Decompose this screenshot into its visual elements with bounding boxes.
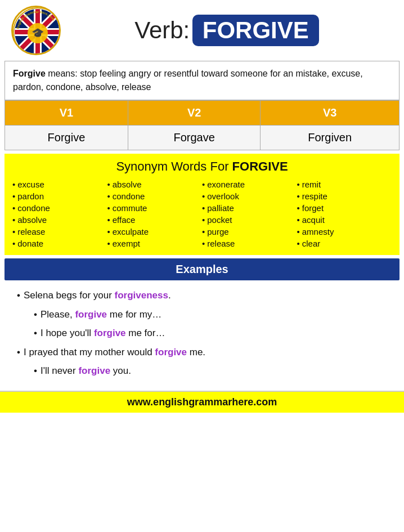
synonym-title-text: Synonym Words For bbox=[116, 159, 232, 173]
definition-bold-word: Forgive bbox=[13, 69, 46, 78]
logo: 🎓 English Grammar Here.Com bbox=[11, 6, 61, 55]
synonym-item: exculpate bbox=[107, 226, 203, 238]
synonym-item: pardon bbox=[12, 190, 107, 202]
table-cell-v1: Forgive bbox=[5, 126, 128, 150]
synonym-grid: excusepardoncondoneabsolvereleasedonate … bbox=[12, 178, 392, 249]
synonym-item: absolve bbox=[12, 214, 107, 226]
verb-word: FORGIVE bbox=[192, 15, 319, 46]
synonym-item: exonerate bbox=[202, 178, 297, 190]
synonym-item: acquit bbox=[297, 214, 392, 226]
synonym-item: respite bbox=[297, 190, 392, 202]
table-cell-v2: Forgave bbox=[128, 126, 261, 150]
synonym-item: absolve bbox=[107, 178, 203, 190]
synonym-item: exempt bbox=[107, 238, 203, 249]
synonym-item: forget bbox=[297, 202, 392, 214]
example-item: I hope you'll forgive me for… bbox=[17, 324, 387, 343]
synonym-item: excuse bbox=[12, 178, 107, 190]
synonym-item: release bbox=[12, 226, 107, 238]
synonym-item: remit bbox=[297, 178, 392, 190]
synonym-item: pocket bbox=[202, 214, 297, 226]
synonym-item: condone bbox=[12, 202, 107, 214]
title-area: Verb: FORGIVE bbox=[61, 15, 393, 46]
synonym-col-1: excusepardoncondoneabsolvereleasedonate bbox=[12, 178, 107, 249]
footer-url: www.englishgrammarhere.com bbox=[127, 396, 277, 408]
highlight-word: forgive bbox=[78, 365, 110, 376]
footer: www.englishgrammarhere.com bbox=[0, 391, 404, 413]
verb-table: V1 V2 V3 Forgive Forgave Forgiven bbox=[5, 100, 399, 150]
synonym-item: overlook bbox=[202, 190, 297, 202]
synonym-item: donate bbox=[12, 238, 107, 249]
example-item: I prayed that my mother would forgive me… bbox=[17, 343, 387, 362]
synonym-item: amnesty bbox=[297, 226, 392, 238]
table-header-v1: V1 bbox=[5, 101, 128, 126]
synonym-item: efface bbox=[107, 214, 203, 226]
examples-header: Examples bbox=[5, 258, 399, 280]
synonym-item: condone bbox=[107, 190, 203, 202]
example-item: I'll never forgive you. bbox=[17, 361, 387, 381]
synonym-col-4: remitrespiteforgetacquitamnestyclear bbox=[297, 178, 392, 249]
synonym-box: Synonym Words For FORGIVE excusepardonco… bbox=[5, 154, 399, 255]
table-cell-v3: Forgiven bbox=[261, 126, 399, 150]
synonym-item: release bbox=[202, 238, 297, 249]
synonym-item: commute bbox=[107, 202, 203, 214]
synonym-item: palliate bbox=[202, 202, 297, 214]
example-item: Selena begs for your forgiveness. bbox=[17, 286, 387, 305]
example-item: Please, forgive me for my… bbox=[17, 305, 387, 324]
definition-text: means: stop feeling angry or resentful t… bbox=[13, 69, 363, 92]
definition-box: Forgive means: stop feeling angry or res… bbox=[5, 61, 399, 100]
synonym-col-2: absolvecondonecommuteeffaceexculpateexem… bbox=[107, 178, 203, 249]
svg-text:🎓: 🎓 bbox=[32, 27, 44, 39]
highlight-word: forgive bbox=[94, 328, 126, 338]
table-header-v3: V3 bbox=[261, 101, 399, 126]
highlight-word: forgive bbox=[75, 309, 107, 320]
highlight-word: forgive bbox=[155, 347, 187, 357]
synonym-title: Synonym Words For FORGIVE bbox=[12, 159, 392, 174]
header: 🎓 English Grammar Here.Com Verb: FORGIVE bbox=[0, 0, 404, 61]
verb-label: Verb: bbox=[134, 17, 190, 43]
highlight-word: forgiveness bbox=[115, 290, 168, 301]
synonym-item: clear bbox=[297, 238, 392, 249]
examples-list: Selena begs for your forgiveness.Please,… bbox=[0, 280, 404, 386]
synonym-item: purge bbox=[202, 226, 297, 238]
synonym-title-bold: FORGIVE bbox=[232, 159, 288, 173]
synonym-col-3: exonerateoverlookpalliatepocketpurgerele… bbox=[202, 178, 297, 249]
table-header-v2: V2 bbox=[128, 101, 261, 126]
